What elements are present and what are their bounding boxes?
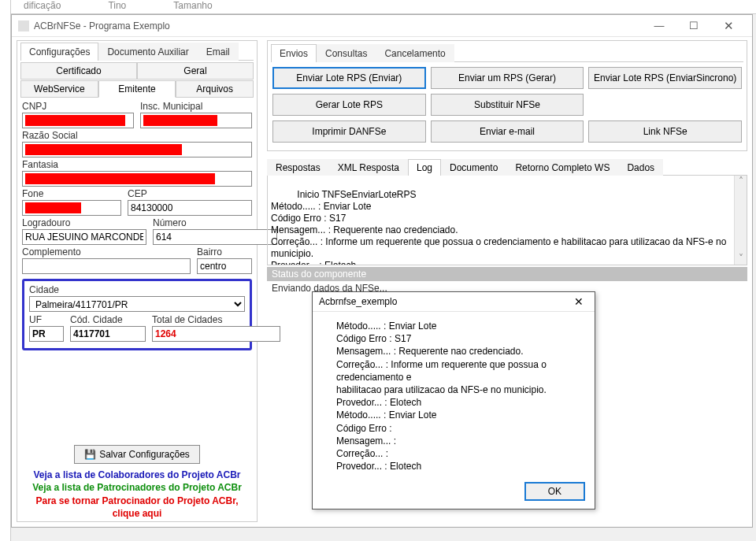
save-icon: 💾 xyxy=(84,449,96,460)
window-title: ACBrNFSe - Programa Exemplo xyxy=(34,20,642,31)
logtab-xml-resposta[interactable]: XML Resposta xyxy=(329,159,408,176)
logtab-log[interactable]: Log xyxy=(408,159,441,176)
razao-social-label: Razão Social xyxy=(22,130,252,141)
tab-consultas[interactable]: Consultas xyxy=(317,44,376,62)
link-tornar-patrocinador[interactable]: Para se tornar Patrocinador do Projeto A… xyxy=(24,495,250,520)
link-patrocinadores[interactable]: Veja a lista de Patrocinadores do Projet… xyxy=(24,481,250,494)
bairro-input[interactable] xyxy=(197,258,252,274)
dialog-ok-button[interactable]: OK xyxy=(524,482,585,501)
cidade-highlight-box: Cidade Palmeira/4117701/PR UF Cód. Cidad… xyxy=(22,279,252,350)
app-icon xyxy=(18,20,29,31)
razao-social-input-redacted[interactable] xyxy=(25,144,182,155)
cidade-select[interactable]: Palmeira/4117701/PR xyxy=(29,296,245,312)
fantasia-input-redacted[interactable] xyxy=(25,173,215,184)
scroll-down-icon[interactable]: ˅ xyxy=(739,253,743,265)
cnpj-input-redacted[interactable] xyxy=(25,115,125,126)
enviar-lote-rps-sincrono-button[interactable]: Enviar Lote RPS (EnviarSincrono) xyxy=(588,67,742,89)
fone-label: Fone xyxy=(22,188,121,199)
titlebar: ACBrNFSe - Programa Exemplo — ☐ ✕ xyxy=(12,15,752,37)
config-panel: Configurações Documento Auxiliar Email C… xyxy=(17,40,258,522)
uf-input[interactable] xyxy=(29,326,64,342)
cod-cidade-label: Cód. Cidade xyxy=(70,314,146,325)
fone-input-redacted[interactable] xyxy=(25,202,81,213)
status-label: Status do componente xyxy=(267,267,747,281)
logtab-dados[interactable]: Dados xyxy=(618,159,663,176)
tab-envios[interactable]: Envios xyxy=(271,44,317,62)
tab-documento-auxiliar[interactable]: Documento Auxiliar xyxy=(98,43,197,61)
insc-municipal-label: Insc. Municipal xyxy=(140,101,252,112)
cidade-label: Cidade xyxy=(29,284,245,295)
log-tabs: Respostas XML Resposta Log Documento Ret… xyxy=(267,159,747,176)
link-colaboradores[interactable]: Veja a lista de Colaboradores do Projeto… xyxy=(24,469,250,481)
enviar-lote-rps-button[interactable]: Enviar Lote RPS (Enviar) xyxy=(272,67,426,89)
subtab-arquivos[interactable]: Arquivos xyxy=(176,80,254,98)
close-button[interactable]: ✕ xyxy=(711,16,746,36)
dialog-title: Acbrnfse_exemplo xyxy=(319,296,569,307)
cod-cidade-input[interactable] xyxy=(70,326,146,342)
cnpj-label: CNPJ xyxy=(22,101,134,112)
subtab-certificado[interactable]: Certificado xyxy=(20,62,137,80)
total-cidades-input[interactable] xyxy=(152,326,280,342)
logtab-documento[interactable]: Documento xyxy=(441,159,506,176)
dialog-close-button[interactable]: ✕ xyxy=(569,295,588,308)
subtab-webservice[interactable]: WebService xyxy=(20,80,98,98)
substituir-nfse-button[interactable]: Substituir NFSe xyxy=(431,94,584,116)
tab-email[interactable]: Email xyxy=(198,43,239,61)
gerar-lote-rps-button[interactable]: Gerar Lote RPS xyxy=(272,94,426,116)
dialog-body: Método..... : Enviar Lote Código Erro : … xyxy=(313,312,595,477)
total-cidades-label: Total de Cidades xyxy=(152,314,280,325)
logradouro-input[interactable] xyxy=(22,229,146,245)
right-main-tabs: Envios Consultas Cancelamento xyxy=(271,44,743,62)
background-grid-rows xyxy=(0,0,11,541)
uf-label: UF xyxy=(29,314,64,325)
log-scrollbar[interactable]: ˄ ˅ xyxy=(734,176,747,265)
cep-input[interactable] xyxy=(128,200,252,216)
salvar-configuracoes-button[interactable]: 💾 Salvar Configurações xyxy=(74,445,200,464)
tab-configuracoes[interactable]: Configurações xyxy=(20,43,98,61)
subtab-geral[interactable]: Geral xyxy=(137,62,254,80)
scroll-up-icon[interactable]: ˄ xyxy=(739,176,743,187)
logtab-respostas[interactable]: Respostas xyxy=(267,159,329,176)
bairro-label: Bairro xyxy=(197,246,252,258)
insc-municipal-input-redacted[interactable] xyxy=(143,115,217,126)
cep-label: CEP xyxy=(128,188,252,199)
log-output[interactable]: Inicio TNFSeEnviarLoteRPS Método..... : … xyxy=(267,176,747,265)
logtab-retorno-completo[interactable]: Retorno Completo WS xyxy=(506,159,618,176)
background-grid-header: dificaçãoTinoTamanho xyxy=(0,0,756,14)
maximize-button[interactable]: ☐ xyxy=(676,16,711,36)
enviar-email-button[interactable]: Enviar e-mail xyxy=(431,120,584,143)
subtab-emitente[interactable]: Emitente xyxy=(98,80,176,98)
numero-label: Número xyxy=(153,217,277,228)
link-nfse-button[interactable]: Link NFSe xyxy=(588,120,742,143)
numero-input[interactable] xyxy=(153,229,277,245)
logradouro-label: Logradouro xyxy=(22,217,146,228)
left-main-tabs: Configurações Documento Auxiliar Email xyxy=(20,43,254,61)
enviar-um-rps-button[interactable]: Enviar um RPS (Gerar) xyxy=(431,67,584,89)
minimize-button[interactable]: — xyxy=(642,16,676,36)
message-dialog: Acbrnfse_exemplo ✕ Método..... : Enviar … xyxy=(312,291,595,510)
complemento-label: Complemento xyxy=(22,246,191,258)
tab-cancelamento[interactable]: Cancelamento xyxy=(376,44,454,62)
complemento-input[interactable] xyxy=(22,258,191,274)
project-links: Veja a lista de Colaboradores do Projeto… xyxy=(20,469,254,520)
imprimir-danfse-button[interactable]: Imprimir DANFSe xyxy=(272,120,426,143)
fantasia-label: Fantasia xyxy=(22,159,252,170)
